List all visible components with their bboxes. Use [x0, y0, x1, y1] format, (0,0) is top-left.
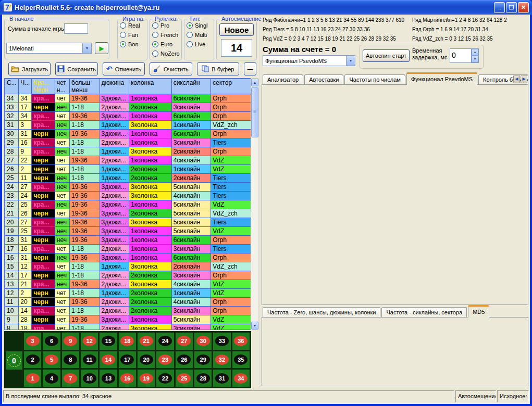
board-cell-4[interactable]: 4 [43, 370, 60, 387]
board-cell-1[interactable]: 1 [24, 370, 41, 387]
minimize-button[interactable]: _ [494, 2, 505, 13]
resize-grip[interactable]: ⋰ [523, 395, 529, 401]
board-cell-3[interactable]: 3 [24, 333, 41, 350]
board-cell-7[interactable]: 7 [62, 370, 79, 387]
history-scroll-thumb[interactable] [251, 87, 258, 137]
spin-down-icon[interactable]: ▼ [472, 56, 478, 62]
chevron-down-icon[interactable]: ▼ [346, 56, 355, 66]
board-cell-20[interactable]: 20 [138, 351, 155, 369]
board-cell-17[interactable]: 17 [119, 351, 136, 369]
history-column-header[interactable]: Кра...Черн [32, 79, 55, 94]
board-cell-27[interactable]: 27 [176, 333, 193, 350]
board-cell-16[interactable]: 16 [119, 370, 136, 387]
board-cell-22[interactable]: 22 [156, 370, 174, 387]
board-cell-34[interactable]: 34 [232, 370, 250, 387]
tab-main-2[interactable]: Автоставки [304, 74, 343, 85]
tab-scroll-right-icon[interactable]: ▶ [521, 75, 527, 83]
board-cell-25[interactable]: 25 [176, 370, 193, 387]
tab-freq-3[interactable]: MD5 [468, 305, 489, 318]
autoshift-number: 14 [231, 42, 242, 54]
radio-game-Real[interactable]: Real [120, 22, 145, 29]
history-cell: 3колонка [129, 147, 171, 156]
board-cell-13[interactable]: 13 [100, 370, 117, 387]
history-column-header[interactable]: С... [5, 79, 19, 94]
board-cell-33[interactable]: 33 [213, 333, 230, 350]
board-cell-23[interactable]: 23 [156, 351, 174, 369]
board-cell-29[interactable]: 29 [194, 351, 212, 369]
board-cell-21[interactable]: 21 [138, 333, 155, 350]
board-cell-6[interactable]: 6 [43, 333, 60, 350]
radio-roulette-Euro[interactable]: Euro [152, 41, 179, 47]
radio-type-Multi[interactable]: Multi [187, 32, 212, 38]
board-cell-10[interactable]: 10 [81, 370, 98, 387]
board-cell-26[interactable]: 26 [176, 351, 193, 369]
board-cell-15[interactable]: 15 [100, 333, 117, 350]
board-cell-8[interactable]: 8 [62, 351, 79, 369]
new-shift-button[interactable]: Новое [219, 23, 254, 36]
brush-icon [153, 65, 161, 73]
board-cell-11[interactable]: 11 [81, 351, 98, 369]
delay-spinner[interactable]: 0 ▲▼ [450, 48, 479, 63]
chevron-down-icon[interactable]: ▼ [82, 43, 91, 53]
board-cell-30[interactable]: 30 [194, 333, 212, 350]
radio-type-Singl[interactable]: Singl [187, 22, 212, 29]
board-cell-9[interactable]: 9 [62, 333, 79, 350]
start-sum-input[interactable] [64, 23, 88, 34]
board-cell-19[interactable]: 19 [138, 370, 155, 387]
radio-game-Fan[interactable]: Fan [120, 32, 145, 38]
tab-freq-2[interactable]: Частота - сиклайны, сектора [381, 307, 467, 318]
play-button[interactable]: ▶ [95, 42, 108, 54]
board-cell-14[interactable]: 14 [100, 351, 117, 369]
board-cell-5[interactable]: 5 [43, 351, 60, 369]
history-cell: VdZ [211, 200, 252, 209]
board-cell-zero[interactable]: 0 [6, 351, 22, 370]
history-column-header[interactable]: дюжина [100, 79, 129, 94]
tab-main-4[interactable]: Функционал PsevdoMS [406, 72, 477, 85]
toolbar-button-5[interactable]: В буфер [197, 62, 239, 75]
title-bar[interactable]: 7 HelperRoullet 5.6- create helperroulle… [0, 0, 532, 15]
history-cell: Orph [211, 130, 252, 138]
history-column-header[interactable]: большменш [70, 79, 100, 94]
history-cell: 2сиклайн [171, 147, 211, 156]
maximize-button[interactable]: ❐ [506, 2, 517, 13]
history-column-header[interactable]: колонка [129, 79, 171, 94]
history-column-header[interactable]: сикслайн [171, 79, 211, 94]
board-cell-24[interactable]: 24 [156, 333, 174, 350]
radio-roulette-French[interactable]: French [152, 32, 179, 38]
radio-roulette-NoZero[interactable]: NoZero [152, 50, 179, 57]
toolbar-button-4[interactable]: Очистить [150, 62, 192, 75]
history-column-header[interactable]: четн... [55, 79, 69, 94]
tab-freq-1[interactable]: Частота - Zero, шансы, дюжины, колонки [263, 307, 380, 318]
board-cell-35[interactable]: 35 [232, 351, 250, 369]
tab-main-3[interactable]: Частоты по числам [344, 74, 405, 85]
board-cell-28[interactable]: 28 [194, 370, 212, 387]
board-cell-12[interactable]: 12 [81, 333, 98, 350]
board-cell-36[interactable]: 36 [232, 333, 250, 350]
board-cell-32[interactable]: 32 [213, 351, 230, 369]
toolbar-button-1[interactable]: Загрузить [8, 62, 51, 75]
radio-roulette-Pro[interactable]: Pro [152, 22, 179, 29]
mode-combobox[interactable]: Функционал PsevdoMS ▼ [263, 55, 355, 66]
scroll-up-icon[interactable]: ▲ [251, 79, 258, 86]
board-cell-18[interactable]: 18 [119, 333, 136, 350]
scroll-down-icon[interactable]: ▼ [251, 322, 258, 329]
toolbar-button-3[interactable]: ↶Отменить [103, 62, 145, 75]
history-cell: 26 [19, 209, 32, 218]
history-column-header[interactable]: Ч... [19, 79, 32, 94]
history-column-header[interactable]: сектор [211, 79, 252, 94]
spin-up-icon[interactable]: ▲ [472, 49, 478, 56]
history-scrollbar[interactable]: ▲ ▼ [251, 78, 259, 330]
radio-type-Live[interactable]: Live [187, 41, 212, 47]
history-cell: 3сиклайн [171, 245, 211, 253]
profile-combobox[interactable]: 1Melonati ▼ [6, 43, 92, 54]
board-cell-2[interactable]: 2 [24, 351, 41, 369]
radio-game-Bon[interactable]: Bon [120, 41, 145, 47]
tab-main-1[interactable]: Анализатор [263, 74, 303, 85]
tab-scroll-left-icon[interactable]: ◀ [513, 75, 520, 83]
close-button[interactable]: ✕ [518, 2, 529, 13]
toolbar-button-6[interactable]: — [244, 62, 256, 75]
toolbar-button-2[interactable]: Сохранить [55, 62, 97, 75]
board-cell-31[interactable]: 31 [213, 370, 230, 387]
autospin-start-button[interactable]: Автоспин старт [363, 49, 410, 62]
history-cell: 2дюжи... [100, 156, 129, 165]
